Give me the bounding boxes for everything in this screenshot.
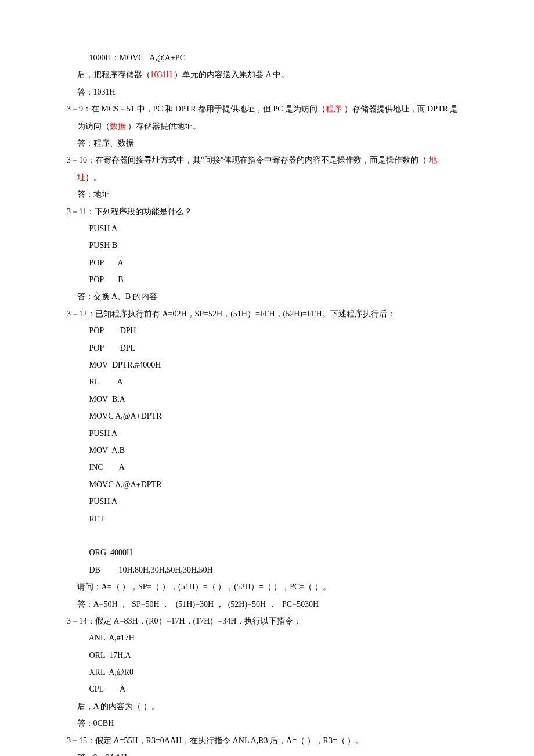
question-line: 3－10：在寄存器间接寻址方式中，其"间接"体现在指令中寄存器的内容不是操作数，…: [67, 152, 467, 168]
answer-line: 答：0CBH: [67, 715, 467, 732]
code-line: PUSH A: [67, 425, 467, 442]
answer-blank: 1031H: [150, 70, 175, 79]
answer-line: 答：程序、数据: [67, 135, 467, 152]
code-line: MOV B,A: [67, 391, 467, 408]
code-line: ORL 17H,A: [67, 647, 467, 664]
code-line: DB 10H,80H,30H,50H,30H,50H: [67, 561, 467, 578]
answer-blank: 地: [429, 156, 437, 164]
code-line: PUSH A: [67, 220, 467, 237]
answer-line: 答：A=50H ， SP=50H ， (51H)=30H ， (52H)=50H…: [67, 596, 467, 613]
text-line: 为访问（数据 ）存储器提供地址。: [67, 118, 467, 135]
code-line: RET: [67, 510, 467, 527]
answer-line: 答：1031H: [67, 84, 467, 100]
code-line: POP DPH: [67, 322, 467, 339]
code-line: MOVC A,@A+DPTR: [67, 408, 467, 424]
code-line: 1000H：MOVC A,@A+PC: [67, 49, 467, 66]
code-line: ORG 4000H: [67, 544, 467, 561]
question-line: 3－11：下列程序段的功能是什么？: [67, 203, 467, 220]
code-line: RL A: [67, 373, 467, 390]
code-line: POP A: [67, 254, 467, 271]
code-line: PUSH B: [67, 237, 467, 254]
question-line: 3－12：已知程序执行前有 A=02H，SP=52H，(51H）=FFH，(52…: [67, 305, 467, 322]
answer-line: 答：地址: [67, 186, 467, 203]
code-line: MOV DPTR,#4000H: [67, 357, 467, 373]
answer-blank: 数据: [110, 122, 128, 131]
question-line: 3－9：在 MCS－51 中，PC 和 DPTR 都用于提供地址，但 PC 是为…: [67, 100, 467, 117]
code-line: POP DPL: [67, 340, 467, 357]
code-line: XRL A,@R0: [67, 664, 467, 681]
document-page: 1000H：MOVC A,@A+PC 后，把程序存储器（1031H ）单元的内容…: [0, 0, 534, 756]
code-line: POP B: [67, 271, 467, 288]
answer-line: 答：0、0AAH: [67, 749, 467, 756]
blank-line: [67, 527, 467, 544]
answer-blank: 程序: [326, 105, 344, 113]
code-line: CPL A: [67, 681, 467, 697]
question-line: 3－14：假定 A=83H，(R0）=17H，(17H）=34H，执行以下指令：: [67, 613, 467, 629]
text-line: 后，把程序存储器（1031H ）单元的内容送入累加器 A 中。: [67, 66, 467, 83]
code-line: ANL A,#17H: [67, 629, 467, 646]
code-line: MOV A,B: [67, 442, 467, 459]
code-line: INC A: [67, 459, 467, 476]
code-line: MOVC A,@A+DPTR: [67, 476, 467, 493]
answer-line: 答：交换 A、B 的内容: [67, 288, 467, 305]
text-line: 请问：A=（ ），SP=（ ），(51H）=（ ），(52H）=（ ），PC=（…: [67, 578, 467, 595]
text-line: 后，A 的内容为（ ）。: [67, 698, 467, 715]
answer-blank: 址: [77, 173, 85, 182]
code-line: PUSH A: [67, 493, 467, 510]
question-line: 3－15：假定 A=55H，R3=0AAH，在执行指令 ANL A,R3 后，A…: [67, 732, 467, 749]
text-line: 址）。: [67, 169, 467, 186]
